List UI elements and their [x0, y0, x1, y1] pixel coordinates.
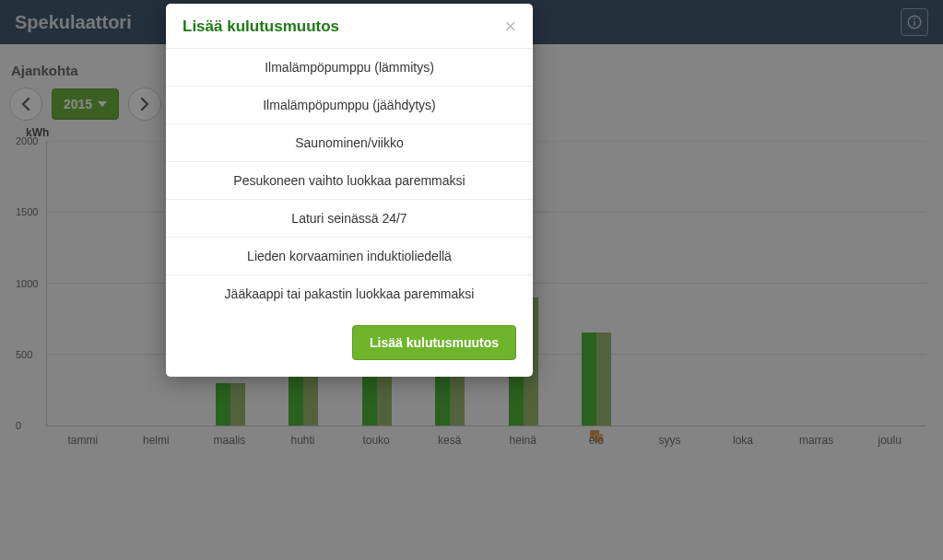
modal-option-item[interactable]: Jääkaappi tai pakastin luokkaa paremmaks…	[166, 275, 533, 312]
modal-option-item[interactable]: Ilmalämpöpumppu (lämmitys)	[166, 49, 533, 87]
modal-close-button[interactable]: ×	[504, 17, 516, 37]
modal-option-item[interactable]: Pesukoneen vaihto luokkaa paremmaksi	[166, 162, 533, 200]
modal-header: Lisää kulutusmuutos ×	[166, 4, 533, 48]
close-icon: ×	[504, 15, 516, 38]
modal-option-item[interactable]: Saunominen/viikko	[166, 124, 533, 162]
modal-option-item[interactable]: Ilmalämpöpumppu (jäähdytys)	[166, 87, 533, 124]
modal-option-list: Ilmalämpöpumppu (lämmitys)Ilmalämpöpumpp…	[166, 48, 533, 312]
modal-option-item[interactable]: Lieden korvaaminen induktioliedellä	[166, 238, 533, 275]
modal-submit-label: Lisää kulutusmuutos	[370, 335, 499, 350]
modal-option-item[interactable]: Laturi seinässä 24/7	[166, 200, 533, 238]
modal-title: Lisää kulutusmuutos	[183, 18, 339, 36]
modal-submit-button[interactable]: Lisää kulutusmuutos	[352, 325, 516, 360]
add-change-modal: Lisää kulutusmuutos × Ilmalämpöpumppu (l…	[166, 4, 533, 377]
modal-footer: Lisää kulutusmuutos	[166, 312, 533, 377]
